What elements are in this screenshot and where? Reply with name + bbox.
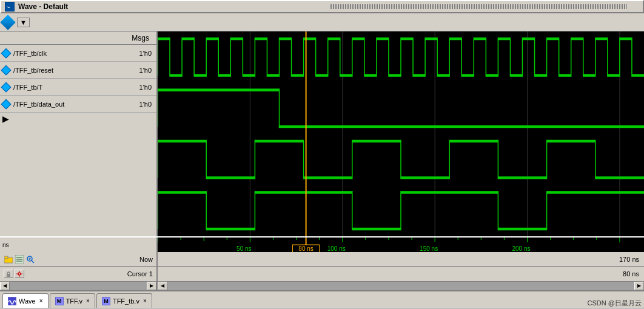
status-left: Now xyxy=(0,252,158,266)
tab-wave-label: Wave xyxy=(19,297,36,305)
cursor-value-area: 80 ns xyxy=(158,270,644,277)
cursor-row: Cursor 1 80 ns xyxy=(0,267,644,281)
scroll-left-btn[interactable]: ◀ xyxy=(0,282,10,290)
zoom-icon[interactable] xyxy=(25,254,35,264)
toolbar: ▼ xyxy=(0,13,644,32)
settings-icon[interactable] xyxy=(15,270,24,278)
wave-tab-icon xyxy=(8,297,16,305)
scrollbar-left: ◀ ▶ xyxy=(0,282,158,290)
scrollbar-row: ◀ ▶ ◀ ▶ xyxy=(0,282,644,291)
tab-tff-tb-close[interactable]: × xyxy=(143,297,147,304)
svg-rect-39 xyxy=(4,256,8,259)
now-status-row: Now 170 ns xyxy=(0,252,644,267)
title-bar: ~ Wave - Default xyxy=(0,0,644,13)
tab-wave-close[interactable]: × xyxy=(39,297,43,304)
tab-tff-tb-label: TFF_tb.v xyxy=(113,297,139,305)
signal-diamond-icon xyxy=(1,99,12,109)
wave-scroll-track[interactable] xyxy=(167,282,634,290)
signal-diamond-icon xyxy=(1,82,12,92)
timeline-left: ns xyxy=(0,238,158,252)
svg-text:80 ns: 80 ns xyxy=(298,245,313,252)
waveform-svg xyxy=(158,32,644,236)
app-icon: ~ xyxy=(5,2,15,12)
wave-scroll-right-btn[interactable]: ▶ xyxy=(634,282,644,290)
svg-text:~: ~ xyxy=(7,4,10,10)
signal-row[interactable]: /TFF_tb/data_out 1'h0 xyxy=(0,96,156,113)
svg-text:100 ns: 100 ns xyxy=(327,245,346,252)
timeline-svg: 50 ns 100 ns 150 ns 200 ns 80 ns xyxy=(158,238,644,252)
wave-panel xyxy=(158,32,644,236)
list-icon[interactable] xyxy=(15,254,24,264)
signal-name: /TFF_tb/T xyxy=(13,84,139,91)
tab-tff-close[interactable]: × xyxy=(86,297,90,304)
cursor-label: Cursor 1 xyxy=(127,270,153,277)
tabs-bar: Wave × M TFF.v × M TFF_tb.v × CSDN @日星月云 xyxy=(0,291,644,308)
tff-tab-icon: M xyxy=(55,297,64,305)
scrollbar-right: ◀ ▶ xyxy=(158,282,644,290)
signal-diamond-icon xyxy=(1,65,12,75)
svg-line-45 xyxy=(32,261,34,263)
signal-list: /TFF_tb/clk 1'h0 /TFF_tb/reset 1'h0 /TFF… xyxy=(0,45,156,236)
bottom-area: ns xyxy=(0,236,644,291)
timeline-area: ns xyxy=(0,238,644,252)
title-grip xyxy=(330,4,627,9)
now-value: 170 ns xyxy=(619,256,639,263)
svg-rect-48 xyxy=(7,274,10,277)
signal-row[interactable]: /TFF_tb/T 1'h0 xyxy=(0,79,156,96)
timeline-right: 50 ns 100 ns 150 ns 200 ns 80 ns xyxy=(158,238,644,252)
msgs-label: Msgs xyxy=(132,34,154,42)
wave-scroll-left-btn[interactable]: ◀ xyxy=(158,282,167,290)
signal-value: 1'h0 xyxy=(139,50,154,57)
svg-text:200 ns: 200 ns xyxy=(512,245,530,252)
signal-value: 1'h0 xyxy=(139,101,154,108)
window-title: Wave - Default xyxy=(18,2,315,11)
content-split: Msgs /TFF_tb/clk 1'h0 /TFF_tb/reset 1'h0… xyxy=(0,32,644,236)
folder-icon[interactable] xyxy=(4,254,13,264)
signal-value: 1'h0 xyxy=(139,84,154,91)
left-panel: Msgs /TFF_tb/clk 1'h0 /TFF_tb/reset 1'h0… xyxy=(0,32,158,236)
signal-name: /TFF_tb/clk xyxy=(13,50,139,57)
signal-row[interactable]: /TFF_tb/reset 1'h0 xyxy=(0,62,156,79)
timeline-ns-label: ns xyxy=(2,242,9,248)
signal-header: Msgs xyxy=(0,32,156,45)
signal-diamond-icon xyxy=(1,48,12,58)
svg-point-49 xyxy=(18,273,21,275)
toolbar-diamond-icon xyxy=(0,15,15,30)
tab-tff-label: TFF.v xyxy=(66,297,83,305)
toolbar-dropdown[interactable]: ▼ xyxy=(17,18,30,27)
watermark: CSDN @日星月云 xyxy=(588,299,642,308)
tab-tff[interactable]: M TFF.v × xyxy=(50,293,95,308)
now-value-area: 170 ns xyxy=(158,256,644,263)
expand-arrow[interactable]: ▶ xyxy=(2,114,9,124)
signal-name: /TFF_tb/reset xyxy=(13,67,139,74)
tab-tff-tb[interactable]: M TFF_tb.v × xyxy=(96,293,152,308)
now-label: Now xyxy=(139,256,153,263)
signal-name: /TFF_tb/data_out xyxy=(13,101,139,108)
cursor-left: Cursor 1 xyxy=(0,267,158,281)
scroll-track-left[interactable] xyxy=(10,282,147,290)
scroll-right-btn[interactable]: ▶ xyxy=(147,282,156,290)
status-icons xyxy=(4,254,35,264)
signal-row[interactable]: /TFF_tb/clk 1'h0 xyxy=(0,45,156,62)
signal-empty-area xyxy=(0,125,156,234)
svg-rect-9 xyxy=(158,238,644,252)
signal-value: 1'h0 xyxy=(139,67,154,74)
main-area: ▼ Msgs /TFF_tb/clk 1'h0 /TFF_tb/reset 1'… xyxy=(0,13,644,291)
cursor-value: 80 ns xyxy=(623,270,639,277)
svg-text:150 ns: 150 ns xyxy=(420,245,438,252)
svg-text:50 ns: 50 ns xyxy=(236,245,251,252)
tab-wave[interactable]: Wave × xyxy=(2,293,49,308)
tff-tb-tab-icon: M xyxy=(102,297,110,305)
lock-icon[interactable] xyxy=(4,270,13,278)
